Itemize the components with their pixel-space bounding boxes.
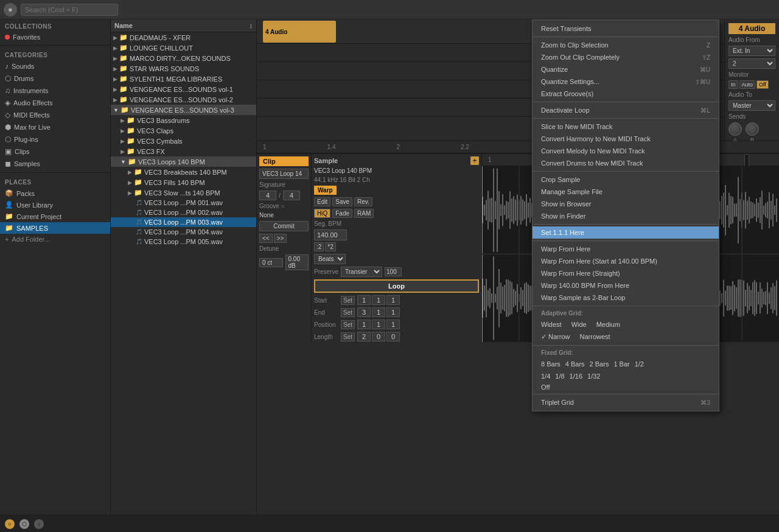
grid-half[interactable]: 1/2: [635, 359, 644, 369]
list-item[interactable]: ▶ 📁 STAR WARS SOUNDS: [111, 63, 256, 74]
end-set-button[interactable]: Set: [341, 308, 355, 317]
audio-to-select[interactable]: Master: [728, 100, 775, 111]
list-item[interactable]: ▶ 📁 SYLENTH1 MEGA LIBRARIES: [111, 74, 256, 84]
sidebar-item-favorites[interactable]: Favorites: [0, 32, 110, 43]
grid-narrowest[interactable]: Narrowest: [580, 332, 610, 342]
sidebar-item-audio-effects[interactable]: ◈ Audio Effects: [0, 97, 110, 109]
menu-item-warp-140[interactable]: Warp 140.00 BPM From Here: [533, 279, 719, 292]
ram-button[interactable]: RAM: [354, 209, 374, 218]
list-item[interactable]: ▶ 📁 VEC3 Breakbeats 140 BPM: [111, 167, 256, 177]
menu-item-convert-melody[interactable]: Convert Melody to New MIDI Track: [533, 145, 719, 157]
list-item[interactable]: ▶ 📁 VEC3 FX: [111, 146, 256, 156]
menu-item-extract-groove[interactable]: Extract Groove(s): [533, 88, 719, 100]
list-item[interactable]: ▶ 📁 VEC3 Claps: [111, 125, 256, 136]
preserve-select[interactable]: Transier: [341, 267, 382, 277]
menu-item-warp-from-here-140[interactable]: Warp From Here (Start at 140.00 BPM): [533, 255, 719, 267]
menu-item-slice-midi[interactable]: Slice to New MIDI Track: [533, 121, 719, 133]
menu-item-quantize-settings[interactable]: Quantize Settings... ⇧⌘U: [533, 75, 719, 88]
commit-button[interactable]: Commit: [259, 221, 309, 231]
send-b-knob[interactable]: [746, 122, 759, 136]
menu-item-manage-sample[interactable]: Manage Sample File: [533, 186, 719, 198]
menu-item-quantize[interactable]: Quantize ⌘U: [533, 63, 719, 75]
sidebar-item-drums[interactable]: ⬡ Drums: [0, 72, 110, 85]
menu-item-crop-sample[interactable]: Crop Sample: [533, 173, 719, 186]
sidebar-item-current-project[interactable]: 📁 Current Project: [0, 211, 110, 222]
sidebar-item-add-folder[interactable]: + Add Folder...: [0, 234, 110, 245]
sidebar-item-clips[interactable]: ▣ Clips: [0, 145, 110, 158]
position-set-button[interactable]: Set: [341, 320, 355, 329]
sidebar-item-user-library[interactable]: 👤 User Library: [0, 199, 110, 211]
start-val-3[interactable]: 1: [386, 295, 400, 305]
sidebar-item-max-for-live[interactable]: ⬢ Max for Live: [0, 121, 110, 133]
track-clip[interactable]: 4 Audio: [263, 21, 336, 43]
menu-item-zoom-clip-selection[interactable]: Zoom to Clip Selection Z: [533, 39, 719, 51]
list-item[interactable]: ▶ 📁 VENGEANCE ES...SOUNDS vol-1: [111, 84, 256, 94]
menu-item-set-111[interactable]: Set 1.1.1 Here: [533, 226, 719, 239]
start-val-2[interactable]: 1: [372, 295, 385, 305]
sidebar-item-midi-effects[interactable]: ◇ MIDI Effects: [0, 109, 110, 121]
menu-item-zoom-out[interactable]: Zoom Out Clip Completely ⇧Z: [533, 51, 719, 63]
preserve-pct-input[interactable]: [385, 267, 402, 276]
audio-from-select[interactable]: Ext. In: [728, 46, 775, 56]
grid-1bar[interactable]: 1 Bar: [613, 359, 629, 369]
sidebar-item-packs[interactable]: 📦 Packs: [0, 187, 110, 199]
grid-8bars[interactable]: 8 Bars: [541, 359, 561, 369]
rev-button[interactable]: Rev.: [354, 197, 372, 206]
detune-ct-value[interactable]: 0 ct: [259, 258, 283, 267]
list-item[interactable]: ▶ 📁 LOUNGE CHILLOUT: [111, 43, 256, 53]
monitor-off-btn[interactable]: Off: [756, 80, 769, 89]
sidebar-item-sounds[interactable]: ♪ Sounds: [0, 60, 110, 72]
sample-add-button[interactable]: +: [470, 156, 479, 165]
clip-name-input[interactable]: [259, 169, 309, 179]
list-item[interactable]: ▼ 📁 VEC3 Loops 140 BPM: [111, 156, 256, 167]
list-item[interactable]: ▼ 📁 VENGEANCE ES...SOUNDS vol-3: [111, 105, 256, 115]
bpm-double-button[interactable]: *2: [325, 242, 335, 251]
grid-16th[interactable]: 1/16: [570, 371, 582, 381]
grid-narrow[interactable]: ✓ Narrow: [541, 332, 570, 342]
groove-value[interactable]: None: [259, 212, 309, 219]
list-item[interactable]: ▶ 📁 DEADMAU5 - XFER: [111, 32, 256, 43]
detune-db-value[interactable]: 0.00 dB: [285, 254, 309, 270]
list-item[interactable]: 🎵 VEC3 Loop ...PM 003.wav: [111, 217, 256, 227]
grid-medium[interactable]: Medium: [596, 320, 620, 329]
start-val-1[interactable]: 1: [357, 295, 371, 305]
end-val-3[interactable]: 1: [386, 307, 400, 317]
warp-button[interactable]: Warp: [314, 186, 337, 195]
list-item[interactable]: ▶ 📁 VENGEANCE ES...SOUNDS vol-2: [111, 94, 256, 105]
len-val-1[interactable]: 2: [357, 332, 371, 341]
status-icon-3[interactable]: ○: [34, 519, 44, 529]
beats-select[interactable]: Beats: [314, 254, 346, 264]
list-item[interactable]: 🎵 VEC3 Loop ...PM 004.wav: [111, 227, 256, 237]
send-a-knob[interactable]: [728, 122, 742, 136]
pos-val-3[interactable]: 1: [386, 320, 400, 329]
list-item[interactable]: 🎵 VEC3 Loop ...PM 002.wav: [111, 208, 256, 217]
sort-icon[interactable]: ↕: [250, 22, 253, 29]
grid-4bars[interactable]: 4 Bars: [565, 359, 585, 369]
status-icon-2[interactable]: ⬡: [19, 519, 29, 529]
list-item[interactable]: ▶ 📁 VEC3 Slow ...ts 140 BPM: [111, 187, 256, 198]
monitor-auto-btn[interactable]: Auto: [739, 80, 756, 89]
list-item[interactable]: 🎵 VEC3 Loop ...PM 005.wav: [111, 237, 256, 247]
grid-eighth[interactable]: 1/8: [555, 371, 564, 381]
list-item[interactable]: ▶ 📁 VEC3 Bassdrums: [111, 115, 256, 125]
sidebar-item-samples[interactable]: ◼ Samples: [0, 158, 110, 170]
grid-quarter[interactable]: 1/4: [541, 371, 550, 381]
len-val-2[interactable]: 0: [372, 332, 385, 341]
grid-2bars[interactable]: 2 Bars: [590, 359, 609, 369]
menu-item-reset-transients[interactable]: Reset Transients: [533, 23, 719, 35]
list-item[interactable]: ▶ 📁 VEC3 Fills 140 BPM: [111, 177, 256, 187]
grid-off[interactable]: Off: [541, 382, 550, 392]
save-button[interactable]: Save: [332, 197, 352, 206]
menu-item-show-finder[interactable]: Show in Finder: [533, 210, 719, 222]
sig-denominator[interactable]: 4: [283, 191, 300, 200]
grid-widest[interactable]: Widest: [541, 320, 562, 329]
search-input[interactable]: [21, 4, 118, 16]
sidebar-item-samples-folder[interactable]: 📁 SAMPLES: [0, 222, 110, 234]
list-item[interactable]: 🎵 VEC3 Loop ...PM 001.wav: [111, 198, 256, 208]
channel-select[interactable]: 2: [728, 58, 775, 69]
sidebar-item-plugins[interactable]: ⬡ Plug-ins: [0, 133, 110, 145]
edit-button[interactable]: Edit: [314, 197, 330, 206]
end-val-1[interactable]: 3: [357, 307, 371, 317]
bpm-input[interactable]: [314, 229, 347, 240]
nav-fwd-button[interactable]: >>: [274, 234, 287, 243]
